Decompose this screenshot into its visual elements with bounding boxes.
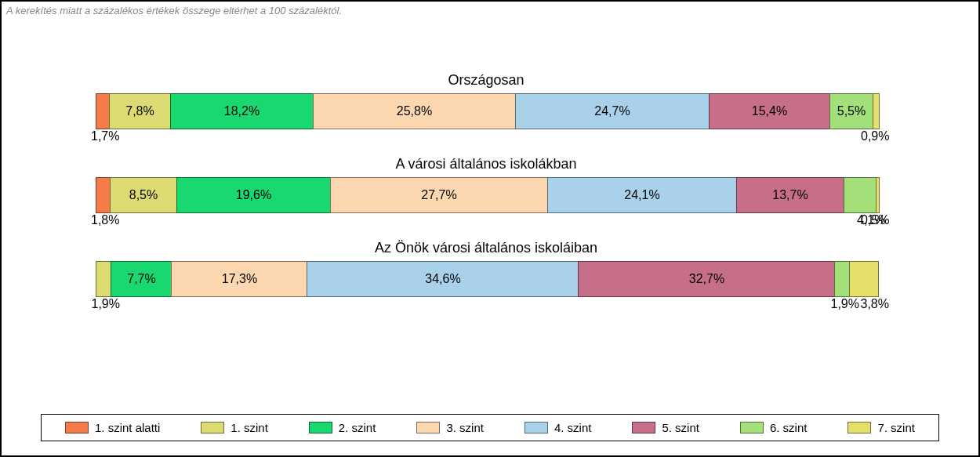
segment-label: 15,4%: [752, 104, 787, 118]
segment-label: 25,8%: [397, 104, 432, 118]
legend-swatch: [65, 422, 89, 433]
bar-segment: [844, 177, 876, 213]
segment-label-below: 3,8%: [861, 297, 889, 311]
segment-label: 18,2%: [224, 104, 260, 118]
segment-label: 7,8%: [125, 104, 154, 118]
bar-segment: 8,5%: [110, 177, 176, 213]
bar-segment: 7,8%: [109, 93, 170, 129]
segment-label-below: 0,5%: [861, 213, 889, 227]
bar-segment: [834, 261, 849, 297]
bar-segment: 32,7%: [578, 261, 834, 297]
chart-row: Az Önök városi általános iskoláiban7,7%1…: [96, 240, 877, 297]
bar-segment: 5,5%: [829, 93, 873, 129]
segment-label-below: 1,7%: [91, 129, 119, 143]
legend-item: 3. szint: [416, 421, 484, 434]
legend-label: 1. szint alatti: [95, 421, 160, 434]
bar-segment: 25,8%: [313, 93, 515, 129]
segment-label: 5,5%: [837, 104, 866, 118]
segment-label-below: 0,9%: [861, 129, 889, 143]
segment-label: 24,1%: [624, 188, 659, 202]
segment-label: 27,7%: [421, 188, 456, 202]
bar-segment: 7,7%: [111, 261, 171, 297]
legend-item: 5. szint: [632, 421, 699, 434]
legend-swatch: [632, 422, 655, 433]
legend-swatch: [201, 422, 224, 433]
bar-segment: [849, 261, 879, 297]
stacked-bar: 7,7%17,3%34,6%32,7%: [96, 261, 879, 297]
bar-segment: 27,7%: [330, 177, 547, 213]
legend-label: 4. szint: [554, 421, 592, 434]
bar-segment: 17,3%: [171, 261, 307, 297]
legend-item: 6. szint: [740, 421, 808, 434]
segment-label: 24,7%: [594, 104, 630, 118]
segment-label-below: 1,9%: [831, 297, 859, 311]
bar-segment: [96, 261, 111, 297]
segment-label: 34,6%: [425, 272, 460, 286]
legend-item: 1. szint alatti: [65, 421, 160, 434]
segment-label: 32,7%: [689, 272, 724, 286]
bar-below-labels: 1,9%1,9%3,8%: [96, 297, 877, 316]
legend-item: 2. szint: [309, 421, 376, 434]
legend-label: 6. szint: [770, 421, 808, 434]
bar-segment: 24,1%: [547, 177, 736, 213]
row-title: Országosan: [96, 72, 877, 89]
segment-label: 17,3%: [222, 272, 257, 286]
bar-below-labels: 1,7%0,9%: [96, 129, 877, 148]
legend-label: 3. szint: [446, 421, 484, 434]
row-title: Az Önök városi általános iskoláiban: [96, 240, 877, 256]
bar-segment: 18,2%: [170, 93, 313, 129]
bar-segment: 24,7%: [515, 93, 709, 129]
legend-item: 4. szint: [524, 421, 592, 434]
chart-frame: A kerekítés miatt a százalékos értékek ö…: [0, 0, 980, 457]
bar-wrap: 8,5%19,6%27,7%24,1%13,7%1,8%4,1%0,5%: [96, 177, 877, 213]
stacked-bar-chart: Országosan7,8%18,2%25,8%24,7%15,4%5,5%1,…: [96, 72, 877, 324]
legend-item: 7. szint: [848, 421, 915, 434]
segment-label: 7,7%: [127, 272, 155, 286]
legend-item: 1. szint: [201, 421, 268, 434]
rounding-note: A kerekítés miatt a százalékos értékek ö…: [6, 5, 342, 16]
bar-segment: 34,6%: [307, 261, 578, 297]
bar-below-labels: 1,8%4,1%0,5%: [96, 213, 877, 232]
bar-segment: 13,7%: [736, 177, 844, 213]
bar-segment: [96, 93, 109, 129]
chart-row: Országosan7,8%18,2%25,8%24,7%15,4%5,5%1,…: [96, 72, 877, 129]
legend-label: 7. szint: [877, 421, 915, 434]
legend-swatch: [309, 422, 332, 433]
bar-segment: 19,6%: [176, 177, 330, 213]
bar-wrap: 7,7%17,3%34,6%32,7%1,9%1,9%3,8%: [96, 261, 877, 297]
legend-swatch: [740, 422, 764, 433]
legend-swatch: [848, 422, 871, 433]
bar-segment: [876, 177, 880, 213]
bar-segment: [96, 177, 110, 213]
legend-label: 1. szint: [230, 421, 268, 434]
row-title: A városi általános iskolákban: [96, 156, 877, 172]
legend-label: 2. szint: [339, 421, 376, 434]
legend-label: 5. szint: [662, 421, 699, 434]
segment-label: 19,6%: [236, 188, 271, 202]
legend: 1. szint alatti1. szint2. szint3. szint4…: [41, 414, 939, 441]
bar-segment: 15,4%: [709, 93, 829, 129]
bar-segment: [873, 93, 880, 129]
stacked-bar: 8,5%19,6%27,7%24,1%13,7%: [96, 177, 880, 213]
segment-label-below: 1,9%: [92, 297, 120, 311]
stacked-bar: 7,8%18,2%25,8%24,7%15,4%5,5%: [96, 93, 880, 129]
bar-wrap: 7,8%18,2%25,8%24,7%15,4%5,5%1,7%0,9%: [96, 93, 877, 129]
legend-swatch: [416, 422, 440, 433]
segment-label: 8,5%: [129, 188, 158, 202]
legend-swatch: [524, 422, 548, 433]
segment-label: 13,7%: [772, 188, 808, 202]
segment-label-below: 1,8%: [91, 213, 119, 227]
chart-row: A városi általános iskolákban8,5%19,6%27…: [96, 156, 877, 213]
